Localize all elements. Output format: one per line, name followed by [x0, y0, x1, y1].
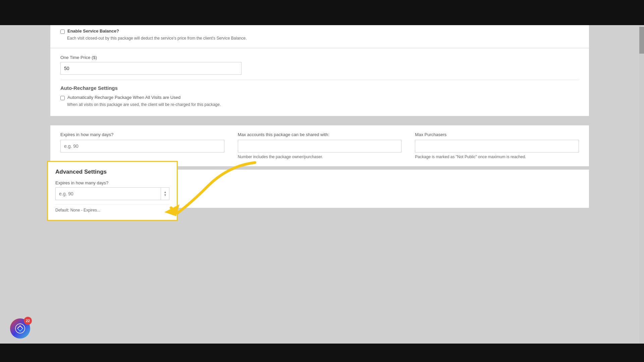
auto-recharge-title: Auto-Recharge Settings [60, 85, 579, 91]
svg-marker-0 [164, 204, 179, 216]
max-accounts-col: Max accounts this package can be shared … [238, 132, 402, 160]
auto-recharge-row: Automatically Recharge Package When All … [60, 95, 579, 100]
arrow-svg [161, 159, 268, 226]
service-balance-label: Enable Service Balance? [67, 28, 119, 34]
default-none-label: Default: None - Expires... [55, 204, 169, 213]
max-purchasers-input[interactable] [415, 140, 579, 153]
max-accounts-desc: Number includes the package owner/purcha… [238, 154, 402, 160]
expires-input-bg[interactable] [60, 140, 224, 153]
expires-input-wrap-bg [60, 140, 224, 153]
service-balance-desc: Each visit closed-out by this package wi… [67, 36, 579, 41]
auto-recharge-label: Automatically Recharge Package When All … [67, 95, 180, 100]
top-bar [0, 0, 644, 25]
notification-badge[interactable]: 22 [10, 318, 30, 339]
expires-label-fg: Expires in how many days? [55, 180, 169, 185]
expires-input[interactable] [55, 187, 169, 200]
max-purchasers-col: Max Purchasers Package is marked as "Not… [415, 132, 579, 160]
section-gap [50, 116, 589, 125]
badge-count: 22 [24, 317, 32, 325]
auto-recharge-desc: When all visits on this package are used… [67, 102, 579, 108]
advanced-settings-title: Advanced Settings [55, 169, 169, 175]
advanced-settings-container: Expires in how many days? Max accounts t… [50, 125, 589, 167]
max-purchasers-desc: Package is marked as "Not Public" once m… [415, 154, 579, 160]
svg-point-1 [15, 324, 25, 333]
expires-input-wrap: ▲ ▼ [55, 187, 169, 200]
service-balance-row: Enable Service Balance? [60, 28, 579, 34]
max-accounts-label: Max accounts this package can be shared … [238, 132, 402, 137]
expires-label-bg: Expires in how many days? [60, 132, 224, 137]
scrollbar[interactable] [639, 25, 644, 344]
max-purchasers-label: Max Purchasers [415, 132, 579, 137]
service-balance-checkbox[interactable] [60, 29, 65, 34]
app-icon [15, 323, 25, 334]
bottom-bar [0, 344, 644, 362]
price-section: One Time Price ($) [50, 48, 589, 80]
main-content: Enable Service Balance? Each visit close… [0, 25, 639, 344]
price-input[interactable] [60, 62, 241, 75]
max-accounts-input[interactable] [238, 140, 402, 153]
auto-recharge-checkbox[interactable] [60, 96, 65, 100]
auto-recharge-section: Auto-Recharge Settings Automatically Rec… [50, 80, 589, 116]
advanced-settings-highlight-box: Advanced Settings Expires in how many da… [47, 161, 178, 221]
advanced-row: Expires in how many days? Max accounts t… [50, 125, 589, 167]
arrow-annotation [161, 159, 268, 227]
expires-col: Expires in how many days? [60, 132, 224, 160]
scrollbar-thumb[interactable] [639, 27, 644, 54]
service-balance-section: Enable Service Balance? Each visit close… [50, 25, 589, 46]
price-label: One Time Price ($) [60, 55, 579, 60]
